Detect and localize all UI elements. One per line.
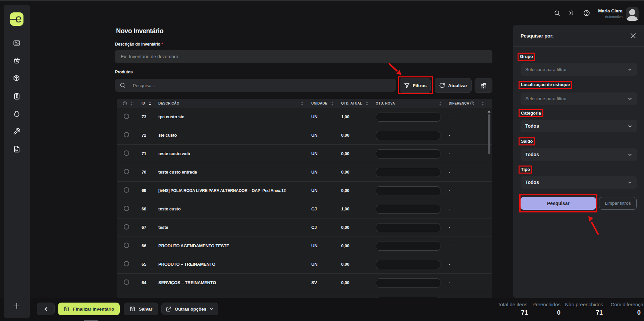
svg-text:e: e (15, 12, 21, 25)
